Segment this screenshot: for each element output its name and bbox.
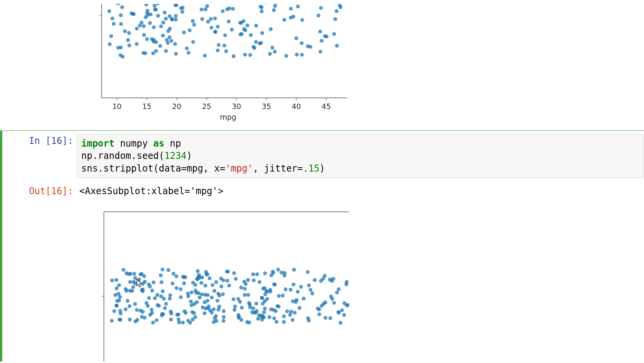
svg-point-363 [274,320,278,324]
svg-point-97 [164,49,168,53]
svg-point-550 [177,317,181,321]
svg-point-410 [288,313,292,317]
cell-16[interactable]: In [16]: import numpy as np np.random.se… [0,130,644,361]
svg-point-127 [161,34,165,38]
output-text: <AxesSubplot:xlabel='mpg'> [77,181,644,196]
svg-point-463 [193,315,197,319]
svg-point-121 [187,51,191,55]
svg-point-425 [126,299,130,303]
svg-point-554 [261,302,264,305]
svg-point-330 [159,274,163,277]
svg-point-202 [230,28,234,31]
svg-point-543 [330,297,334,301]
svg-point-329 [279,271,283,274]
xaxis-top: 10 15 20 25 30 35 40 45 [112,98,331,111]
svg-point-180 [123,29,127,33]
svg-point-530 [321,277,325,280]
svg-point-390 [297,306,301,310]
svg-point-326 [222,315,226,319]
svg-point-297 [156,293,159,297]
svg-point-446 [168,297,172,300]
svg-point-216 [169,39,173,43]
svg-point-422 [128,272,132,276]
svg-point-513 [133,276,137,280]
cell-input-row: In [16]: import numpy as np np.random.se… [2,131,644,181]
xtick-label: 45 [322,102,331,111]
svg-point-91 [127,31,131,35]
svg-point-360 [110,319,114,323]
svg-point-545 [269,307,273,311]
svg-point-172 [152,40,156,43]
stripplot-bottom [81,200,349,361]
svg-point-392 [282,314,286,318]
svg-point-366 [243,293,246,297]
svg-point-226 [127,43,131,47]
svg-point-394 [263,292,267,296]
svg-point-516 [337,287,341,291]
svg-point-203 [138,24,142,28]
svg-point-398 [292,283,296,287]
svg-point-351 [244,282,248,286]
svg-point-379 [271,271,275,275]
svg-point-500 [200,292,204,296]
svg-point-324 [251,272,255,276]
svg-point-85 [319,6,323,10]
svg-point-53 [289,7,293,11]
svg-point-419 [204,284,207,288]
svg-point-93 [191,19,195,23]
svg-point-227 [227,7,231,10]
svg-point-433 [203,300,207,304]
svg-point-252 [216,49,220,53]
svg-point-340 [211,283,215,287]
svg-point-482 [152,280,156,284]
svg-point-565 [164,302,168,306]
svg-point-25 [335,44,339,48]
svg-point-129 [200,8,204,12]
svg-point-135 [107,9,111,13]
svg-point-397 [131,285,135,289]
svg-point-562 [291,318,294,322]
svg-point-461 [147,296,151,300]
svg-point-409 [255,272,259,276]
svg-point-98 [335,9,338,13]
svg-point-460 [316,307,320,310]
svg-point-471 [148,285,152,289]
svg-point-44 [120,5,124,9]
svg-point-232 [146,9,150,13]
svg-point-356 [115,304,118,308]
svg-point-217 [318,30,322,33]
in-prompt: In [16]: [2,131,77,146]
svg-point-250 [260,31,264,35]
svg-point-214 [204,8,207,12]
svg-point-539 [174,274,178,278]
svg-point-83 [142,24,146,28]
svg-point-442 [317,312,321,316]
code-input[interactable]: import numpy as np np.random.seed(1234) … [77,134,644,178]
svg-point-507 [194,291,198,295]
svg-point-160 [271,46,274,50]
svg-point-538 [115,299,119,303]
svg-point-529 [243,287,247,291]
svg-point-30 [161,21,165,25]
svg-point-244 [145,4,148,7]
svg-point-452 [222,279,225,282]
svg-point-560 [337,310,340,314]
svg-point-229 [213,16,217,20]
svg-point-8 [174,52,178,56]
svg-point-301 [191,281,195,285]
svg-point-564 [160,314,164,317]
svg-point-82 [142,33,146,37]
svg-point-257 [170,17,174,21]
svg-point-559 [133,320,137,323]
svg-point-346 [135,308,139,312]
svg-point-526 [272,317,276,320]
svg-point-46 [221,9,225,13]
plot-frame [102,4,347,98]
svg-point-459 [324,300,327,304]
svg-point-468 [265,297,269,301]
svg-point-477 [162,297,166,301]
svg-point-490 [261,315,265,318]
xtick-label: 30 [232,102,241,111]
svg-point-27 [156,4,160,5]
svg-point-411 [221,292,225,296]
